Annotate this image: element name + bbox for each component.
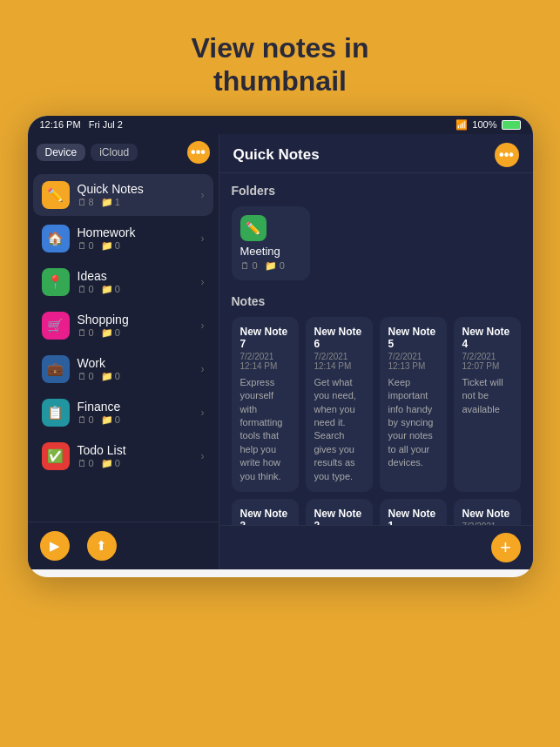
todo-label: Todo List bbox=[78, 443, 193, 457]
sidebar: Device iCloud ••• ✏️ Quick Notes 🗒 8 📁 1 bbox=[28, 134, 219, 569]
sidebar-item-finance[interactable]: 📋 Finance 🗒 0 📁 0 › bbox=[33, 392, 213, 434]
status-bar: 12:16 PM Fri Jul 2 📶 100% bbox=[28, 116, 533, 134]
note-preview-1: Get what you need, when you need it. Sea… bbox=[314, 376, 364, 483]
finance-label: Finance bbox=[78, 400, 193, 414]
main-footer: + bbox=[219, 525, 533, 569]
sidebar-footer: ▶ ⬆ bbox=[28, 522, 219, 569]
finance-meta: 🗒 0 📁 0 bbox=[78, 414, 193, 426]
tab-device[interactable]: Device bbox=[37, 144, 86, 161]
note-title-6: New Note 1 bbox=[388, 508, 438, 525]
tab-icloud[interactable]: iCloud bbox=[91, 144, 138, 161]
ideas-label: Ideas bbox=[78, 269, 193, 283]
export-button[interactable]: ⬆ bbox=[87, 531, 117, 561]
quick-notes-icon: ✏️ bbox=[42, 181, 70, 209]
battery-percent: 100% bbox=[472, 119, 496, 130]
note-date-1: 7/2/2021 12:14 PM bbox=[314, 352, 364, 371]
shopping-icon: 🛒 bbox=[42, 312, 70, 340]
note-title-1: New Note 6 bbox=[314, 326, 364, 350]
note-card-7[interactable]: New Note 7/2/2021 12:06 PM The first one… bbox=[454, 499, 521, 525]
note-title-7: New Note bbox=[462, 508, 512, 520]
ideas-meta: 🗒 0 📁 0 bbox=[78, 284, 193, 295]
folder-meeting-name: Meeting bbox=[240, 245, 280, 258]
chevron-icon: › bbox=[201, 320, 205, 332]
main-title: Quick Notes bbox=[233, 146, 320, 164]
work-label: Work bbox=[78, 356, 193, 370]
note-date-2: 7/2/2021 12:13 PM bbox=[388, 352, 438, 371]
sidebar-item-todo[interactable]: ✅ Todo List 🗒 0 📁 0 › bbox=[33, 435, 213, 477]
sidebar-items-list: ✏️ Quick Notes 🗒 8 📁 1 › 🏠 Homework bbox=[28, 169, 219, 522]
notes-section-label: Notes bbox=[232, 294, 521, 308]
finance-icon: 📋 bbox=[42, 399, 70, 427]
note-title-3: New Note 4 bbox=[462, 326, 512, 350]
folder-meeting-meta: 🗒 0 📁 0 bbox=[240, 260, 285, 272]
folder-card-meeting[interactable]: ✏️ Meeting 🗒 0 📁 0 bbox=[232, 206, 310, 280]
note-card-3[interactable]: New Note 4 7/2/2021 12:07 PM Ticket will… bbox=[454, 317, 521, 492]
device-frame: 12:16 PM Fri Jul 2 📶 100% Device iCloud … bbox=[28, 116, 533, 577]
folders-row: ✏️ Meeting 🗒 0 📁 0 bbox=[232, 206, 521, 280]
chevron-icon: › bbox=[201, 407, 205, 419]
add-note-button[interactable]: + bbox=[491, 533, 521, 562]
wifi-icon: 📶 bbox=[455, 119, 468, 131]
note-title-4: New Note 3 bbox=[240, 508, 290, 525]
note-date-3: 7/2/2021 12:07 PM bbox=[462, 352, 512, 371]
note-card-5[interactable]: New Note 2 7/2/2021 12:06 PM I'm going t… bbox=[306, 499, 373, 525]
work-icon: 💼 bbox=[42, 355, 70, 383]
homework-meta: 🗒 0 📁 0 bbox=[78, 240, 193, 252]
note-title-5: New Note 2 bbox=[314, 508, 364, 525]
sidebar-item-homework[interactable]: 🏠 Homework 🗒 0 📁 0 › bbox=[33, 218, 213, 259]
sidebar-item-quick-notes[interactable]: ✏️ Quick Notes 🗒 8 📁 1 › bbox=[33, 174, 213, 216]
sidebar-tabs: Device iCloud ••• bbox=[28, 134, 219, 169]
note-card-4[interactable]: New Note 3 7/2/2021 12:06 PM Meeting sch… bbox=[232, 499, 299, 525]
ideas-icon: 📍 bbox=[42, 268, 70, 296]
page-title: View notes in thumbnail bbox=[192, 31, 369, 98]
app-container: Device iCloud ••• ✏️ Quick Notes 🗒 8 📁 1 bbox=[28, 134, 533, 569]
main-body: Folders ✏️ Meeting 🗒 0 📁 0 Notes bbox=[219, 173, 533, 525]
note-card-6[interactable]: New Note 1 7/2/2021 12:06 PM Really grea… bbox=[380, 499, 447, 525]
shopping-meta: 🗒 0 📁 0 bbox=[78, 327, 193, 339]
chevron-icon: › bbox=[201, 450, 205, 462]
main-more-button[interactable]: ••• bbox=[495, 143, 519, 167]
sidebar-more-button[interactable]: ••• bbox=[187, 141, 210, 164]
main-header: Quick Notes ••• bbox=[219, 134, 533, 173]
folder-meeting-icon: ✏️ bbox=[240, 215, 267, 241]
note-card-0[interactable]: New Note 7 7/2/2021 12:14 PM Express you… bbox=[232, 317, 299, 492]
chevron-icon: › bbox=[201, 189, 205, 201]
homework-icon: 🏠 bbox=[42, 225, 70, 252]
note-date-0: 7/2/2021 12:14 PM bbox=[240, 352, 290, 371]
folders-section-label: Folders bbox=[232, 184, 521, 198]
note-preview-2: Keep important info handy by syncing you… bbox=[388, 376, 438, 470]
notes-grid: New Note 7 7/2/2021 12:14 PM Express you… bbox=[232, 317, 521, 525]
sidebar-item-ideas[interactable]: 📍 Ideas 🗒 0 📁 0 › bbox=[33, 261, 213, 303]
sidebar-item-shopping[interactable]: 🛒 Shopping 🗒 0 📁 0 › bbox=[33, 305, 213, 347]
note-title-2: New Note 5 bbox=[388, 326, 438, 350]
note-title-0: New Note 7 bbox=[240, 326, 290, 350]
shopping-label: Shopping bbox=[78, 313, 193, 326]
play-button[interactable]: ▶ bbox=[40, 531, 70, 561]
note-preview-0: Express yourself with formatting tools t… bbox=[240, 376, 290, 483]
chevron-icon: › bbox=[201, 276, 205, 288]
note-preview-3: Ticket will not be available bbox=[462, 376, 512, 416]
homework-label: Homework bbox=[78, 225, 193, 239]
todo-meta: 🗒 0 📁 0 bbox=[78, 458, 193, 469]
battery-icon bbox=[502, 120, 521, 130]
quick-notes-meta: 🗒 8 📁 1 bbox=[78, 197, 193, 208]
todo-icon: ✅ bbox=[42, 442, 70, 470]
chevron-icon: › bbox=[201, 363, 205, 375]
note-card-2[interactable]: New Note 5 7/2/2021 12:13 PM Keep import… bbox=[380, 317, 447, 492]
status-time: 12:16 PM Fri Jul 2 bbox=[40, 119, 123, 130]
sidebar-item-work[interactable]: 💼 Work 🗒 0 📁 0 › bbox=[33, 348, 213, 390]
main-content: Quick Notes ••• Folders ✏️ Meeting 🗒 0 📁… bbox=[219, 134, 533, 569]
note-card-1[interactable]: New Note 6 7/2/2021 12:14 PM Get what yo… bbox=[306, 317, 373, 492]
chevron-icon: › bbox=[201, 232, 205, 245]
quick-notes-label: Quick Notes bbox=[78, 182, 193, 196]
work-meta: 🗒 0 📁 0 bbox=[78, 371, 193, 382]
